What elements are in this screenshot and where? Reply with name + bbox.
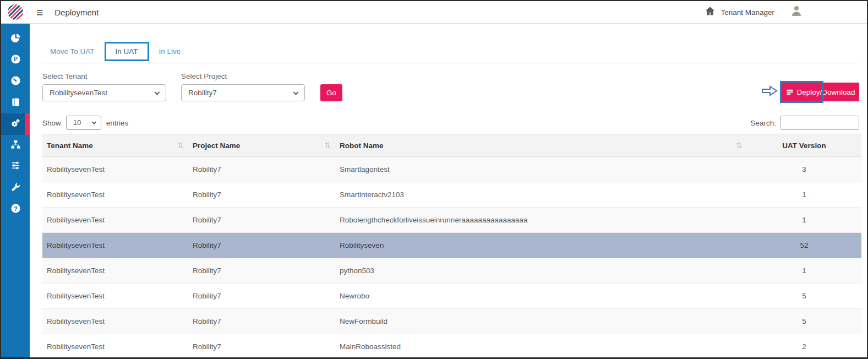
- sidebar-item-dashboard[interactable]: [1, 29, 30, 50]
- cell-tenant-name: RobilitysevenTest: [42, 258, 188, 284]
- deployment-table: Tenant Name⇅ Project Name⇅ Robot Name⇅ U…: [42, 134, 861, 359]
- go-button[interactable]: Go: [320, 84, 342, 101]
- cell-uat-version: 1: [747, 208, 861, 233]
- top-bar: ≡ Deployment Tenant Manager: [1, 1, 867, 24]
- cell-robot-name: Smartlagontest: [335, 157, 747, 182]
- table-row[interactable]: RobilitysevenTest Robility7 Robilityseve…: [42, 233, 861, 258]
- cell-project-name: Robility7: [188, 258, 335, 284]
- cell-uat-version: 1: [747, 182, 861, 208]
- cell-uat-version: 2: [747, 334, 861, 359]
- svg-text:P: P: [14, 57, 18, 63]
- sidebar-item-deployment[interactable]: [1, 113, 30, 135]
- sidebar-item-tools[interactable]: [1, 177, 30, 199]
- cell-robot-name: MainRoboassisted: [335, 334, 747, 359]
- cell-project-name: Robility7: [188, 334, 335, 359]
- project-field-group: Select Project Robility7: [181, 72, 305, 101]
- show-entries-group: Show 10 entries: [42, 116, 128, 130]
- table-header-row: Tenant Name⇅ Project Name⇅ Robot Name⇅ U…: [42, 134, 861, 157]
- cell-project-name: Robility7: [188, 157, 335, 182]
- table-row[interactable]: RobilitysevenTest Robility7 python503 1: [42, 258, 861, 284]
- tenant-manager-label: Tenant Manager: [720, 8, 774, 17]
- cell-tenant-name: RobilitysevenTest: [42, 334, 188, 359]
- table-row[interactable]: RobilitysevenTest Robility7 Newrobo 5: [42, 284, 861, 309]
- tenant-field-group: Select Tenant RobilitysevenTest: [42, 72, 166, 101]
- cell-uat-version: 52: [747, 233, 861, 258]
- main-content: Move To UAT In UAT In Live Select Tenant…: [30, 24, 867, 357]
- cell-tenant-name: RobilitysevenTest: [42, 182, 188, 208]
- sort-icon[interactable]: ⇅: [736, 141, 743, 150]
- sidebar-item-settings[interactable]: [1, 156, 30, 178]
- page-title: Deployment: [54, 8, 99, 17]
- sidebar-item-projects[interactable]: P: [1, 50, 30, 72]
- tab-move-to-uat[interactable]: Move To UAT: [42, 42, 102, 61]
- cell-uat-version: 3: [747, 157, 861, 182]
- logo-box: [1, 4, 30, 20]
- cell-tenant-name: RobilitysevenTest: [42, 284, 188, 309]
- tab-bar: Move To UAT In UAT In Live: [42, 42, 859, 63]
- entries-label: entries: [106, 119, 129, 127]
- table-row[interactable]: RobilitysevenTest Robility7 Robolengthch…: [42, 208, 861, 233]
- svg-text:?: ?: [14, 205, 18, 211]
- hamburger-menu-icon[interactable]: ≡: [36, 7, 43, 18]
- annotation-arrow-icon: [761, 85, 778, 99]
- search-group: Search:: [750, 116, 859, 130]
- cell-tenant-name: RobilitysevenTest: [42, 157, 188, 182]
- speedometer-icon: [10, 75, 21, 88]
- sitemap-icon: [10, 139, 21, 152]
- brand-logo-icon: [8, 4, 23, 20]
- wrench-icon: [10, 182, 21, 194]
- table-row[interactable]: RobilitysevenTest Robility7 NewFormbuild…: [42, 309, 861, 334]
- cell-project-name: Robility7: [188, 284, 335, 309]
- cell-robot-name: Robolengthcheckforliveissueinrunneraaaaa…: [335, 208, 747, 233]
- entries-select[interactable]: 10: [66, 116, 101, 130]
- tab-in-uat[interactable]: In UAT: [105, 42, 149, 61]
- table-row[interactable]: RobilitysevenTest Robility7 MainRoboassi…: [42, 334, 861, 359]
- column-header-tenant-name[interactable]: Tenant Name⇅: [42, 134, 188, 157]
- book-icon: [10, 97, 21, 110]
- cell-robot-name: Robilityseven: [335, 233, 747, 258]
- help-icon: ?: [10, 203, 21, 216]
- chevron-down-icon: [92, 120, 96, 124]
- table-row[interactable]: RobilitysevenTest Robility7 Smartinterac…: [42, 182, 861, 208]
- show-label: Show: [42, 119, 61, 127]
- column-header-project-name[interactable]: Project Name⇅: [188, 134, 335, 157]
- cell-robot-name: Newrobo: [335, 284, 747, 309]
- cell-uat-version: 5: [747, 309, 861, 334]
- tenant-manager-link[interactable]: Tenant Manager: [705, 6, 774, 19]
- cell-project-name: Robility7: [188, 182, 335, 208]
- project-label: Select Project: [181, 72, 305, 80]
- sort-icon[interactable]: ⇅: [324, 141, 331, 150]
- cell-tenant-name: RobilitysevenTest: [42, 309, 188, 334]
- tenant-label: Select Tenant: [42, 72, 166, 80]
- deploy-area: Deploy/Download: [761, 83, 859, 101]
- user-profile-icon[interactable]: [790, 4, 803, 20]
- sidebar-item-orchestration[interactable]: [1, 135, 30, 156]
- home-icon: [705, 6, 716, 19]
- tab-in-live[interactable]: In Live: [151, 42, 189, 61]
- pie-chart-icon: [10, 33, 21, 46]
- cell-tenant-name: RobilitysevenTest: [42, 233, 188, 258]
- sidebar-item-help[interactable]: ?: [1, 199, 30, 220]
- list-controls-row: Show 10 entries Search:: [42, 116, 859, 130]
- table-row[interactable]: RobilitysevenTest Robility7 Smartlagonte…: [42, 157, 861, 182]
- cell-project-name: Robility7: [188, 208, 335, 233]
- chevron-down-icon: [155, 89, 160, 95]
- cell-uat-version: 5: [747, 284, 861, 309]
- sidebar-nav: P: [1, 24, 30, 357]
- gears-icon: [10, 118, 21, 130]
- filter-row: Select Tenant RobilitysevenTest Select P…: [42, 72, 859, 101]
- sort-icon[interactable]: ⇅: [177, 141, 184, 150]
- chevron-down-icon: [293, 89, 299, 95]
- column-header-uat-version[interactable]: UAT Version: [747, 134, 861, 157]
- project-select[interactable]: Robility7: [181, 84, 305, 101]
- tenant-select[interactable]: RobilitysevenTest: [42, 84, 166, 101]
- cell-project-name: Robility7: [188, 309, 335, 334]
- search-input[interactable]: [780, 116, 859, 130]
- column-header-robot-name[interactable]: Robot Name⇅: [335, 134, 747, 157]
- sidebar-item-logs[interactable]: [1, 93, 30, 114]
- p-circle-icon: P: [10, 54, 21, 67]
- sidebar-item-monitor[interactable]: [1, 71, 30, 93]
- table-body: RobilitysevenTest Robility7 Smartlagonte…: [42, 157, 861, 359]
- cell-uat-version: 1: [747, 258, 861, 284]
- deploy-download-button[interactable]: Deploy/Download: [782, 83, 859, 101]
